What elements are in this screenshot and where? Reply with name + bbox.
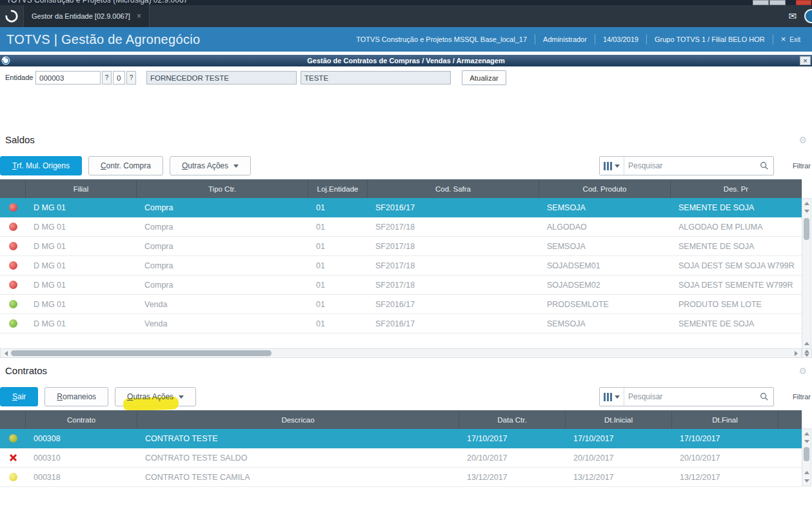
- saldos-vertical-scrollbar[interactable]: [802, 198, 811, 357]
- scroll-pageup-icon[interactable]: [803, 469, 810, 476]
- scrollbar-thumb[interactable]: [11, 350, 272, 356]
- scrollbar-thumb[interactable]: [804, 447, 809, 461]
- column-header[interactable]: Tipo Ctr.: [137, 179, 308, 198]
- window-title: TOTVS Construção e Projetos (Microsiga) …: [6, 0, 188, 5]
- table-row[interactable]: D MG 01Compra01SF2017/18ALGODAOALGODAO E…: [0, 217, 802, 237]
- table-row[interactable]: 000308CONTRATO TESTE17/10/201717/10/2017…: [0, 429, 802, 448]
- scroll-down-icon[interactable]: [803, 208, 810, 215]
- search-icon[interactable]: [755, 392, 773, 401]
- scroll-up-icon[interactable]: [803, 430, 810, 437]
- status-cell: [0, 295, 26, 314]
- search-input[interactable]: [624, 392, 755, 401]
- refresh-button[interactable]: Atualizar: [462, 70, 506, 85]
- chevron-down-icon: [615, 164, 620, 168]
- column-header[interactable]: [0, 410, 26, 429]
- minimize-button[interactable]: [753, 0, 769, 5]
- contratos-toolbar: Filtrar SairRomaneiosOutras Ações: [0, 387, 812, 406]
- table-row[interactable]: D MG 01Venda01SF2016/17PRODSEMLOTEPRODUT…: [0, 295, 802, 314]
- column-header[interactable]: Dt.Final: [672, 410, 778, 429]
- column-header[interactable]: Descricao: [137, 410, 459, 429]
- table-cell: D MG 01: [26, 314, 137, 333]
- table-row[interactable]: D MG 01Compra01SF2017/18SEMSOJASEMENTE D…: [0, 237, 802, 256]
- entity-lookup-button[interactable]: ?: [102, 71, 112, 85]
- table-row[interactable]: D MG 01Compra01SF2016/17SEMSOJASEMENTE D…: [0, 198, 802, 217]
- settings-gear-icon[interactable]: ⚙: [798, 366, 807, 376]
- table-row[interactable]: D MG 01Venda01SF2016/17SEMSOJASEMENTE DE…: [0, 314, 802, 334]
- date-label: 14/03/2019: [595, 34, 646, 45]
- column-header[interactable]: Loj.Entidade: [308, 179, 368, 198]
- outras-acoes-button[interactable]: Outras Ações: [115, 387, 196, 406]
- button-label: Trf. Mul. Origens: [12, 161, 70, 170]
- outras-acoes-button[interactable]: Outras Ações: [170, 156, 251, 175]
- button-label: Romaneios: [57, 392, 96, 401]
- scroll-corner[interactable]: [802, 348, 812, 358]
- environment-label: TOTVS Construção e Projetos MSSQL Base_l…: [348, 34, 535, 45]
- green-status-icon: [9, 300, 17, 308]
- scroll-left-icon[interactable]: [2, 350, 10, 357]
- scroll-up-icon[interactable]: [803, 200, 810, 207]
- columns-button[interactable]: [600, 388, 624, 406]
- column-header[interactable]: Contrato: [26, 410, 137, 429]
- romaneios-button[interactable]: Romaneios: [45, 387, 108, 406]
- corner-icon[interactable]: [804, 9, 812, 23]
- dialog-close-button[interactable]: ×: [800, 56, 811, 65]
- columns-button[interactable]: [600, 157, 624, 175]
- scroll-down-icon[interactable]: [803, 438, 810, 445]
- red-status-icon: [9, 223, 17, 231]
- table-row[interactable]: D MG 01Compra01SF2017/18SOJADSEM02SOJA D…: [0, 275, 802, 295]
- entity-shortname-field[interactable]: [301, 71, 451, 85]
- table-cell: Venda: [137, 295, 308, 314]
- table-cell: SF2016/17: [368, 295, 539, 314]
- table-cell: SEMENTE DE SOJA: [671, 237, 802, 255]
- table-row[interactable]: D MG 01Compra01SF2017/18SOJADSEM01SOJA D…: [0, 256, 802, 275]
- table-cell: SEMENTE DE SOJA: [671, 198, 802, 217]
- column-header[interactable]: Des. Pr: [671, 179, 802, 198]
- entity-name-field[interactable]: [146, 71, 297, 85]
- column-header[interactable]: [778, 410, 802, 429]
- entity-code-field[interactable]: [35, 71, 101, 85]
- store-code-field[interactable]: [113, 71, 125, 85]
- column-header[interactable]: Cod. Safra: [368, 179, 539, 198]
- user-label: Administrador: [535, 34, 595, 45]
- mail-icon[interactable]: ✉: [788, 10, 797, 22]
- table-cell: SEMSOJA: [539, 314, 671, 333]
- status-cell: [0, 237, 26, 255]
- column-header[interactable]: Data Ctr.: [459, 410, 566, 429]
- close-window-button[interactable]: [796, 0, 811, 5]
- settings-gear-icon[interactable]: ⚙: [798, 135, 807, 145]
- scrollbar-thumb[interactable]: [804, 218, 809, 240]
- maximize-button[interactable]: [769, 0, 786, 5]
- trf-mul-origens-button[interactable]: Trf. Mul. Origens: [0, 156, 82, 175]
- column-header[interactable]: Filial: [26, 179, 137, 198]
- dialog-titlebar: Gestão de Contratos de Compras / Vendas …: [0, 55, 812, 66]
- filter-link[interactable]: Filtrar: [793, 393, 811, 401]
- scroll-right-icon[interactable]: [792, 350, 800, 357]
- table-cell: 01: [308, 295, 368, 314]
- app-header: TOTVS | Gestão de Agronegócio TOTVS Cons…: [0, 27, 812, 52]
- column-header[interactable]: Cod. Produto: [539, 179, 671, 198]
- table-cell: Compra: [137, 237, 308, 255]
- scroll-pageup-icon[interactable]: [803, 340, 810, 347]
- column-header[interactable]: Dt.Inicial: [566, 410, 672, 429]
- store-lookup-button[interactable]: ?: [126, 71, 136, 85]
- saldos-grid: FilialTipo Ctr.Loj.EntidadeCod. SafraCod…: [0, 179, 802, 334]
- tab-close-icon[interactable]: ×: [137, 12, 141, 21]
- table-row[interactable]: 000310CONTRATO TESTE SALDO20/10/201720/1…: [0, 448, 802, 468]
- totvs-logo-icon[interactable]: [5, 9, 19, 23]
- table-cell: D MG 01: [26, 217, 137, 236]
- search-icon[interactable]: [755, 161, 773, 170]
- contratos-vertical-scrollbar[interactable]: [802, 428, 811, 486]
- scroll-pagedown-icon[interactable]: [803, 477, 810, 484]
- contr-compra-button[interactable]: Contr. Compra: [88, 156, 163, 175]
- sair-button[interactable]: Sair: [0, 387, 38, 406]
- dialog-title: Gestão de Contratos de Compras / Vendas …: [0, 55, 812, 66]
- table-cell: D MG 01: [26, 198, 137, 217]
- tab-gestor-entidade[interactable]: Gestor da Entidade [02.9.0067] ×: [23, 5, 150, 27]
- column-header[interactable]: [0, 179, 26, 198]
- search-input[interactable]: [624, 161, 755, 170]
- horizontal-scrollbar[interactable]: [0, 348, 802, 358]
- exit-button[interactable]: × Exit: [773, 35, 808, 45]
- grid-header-row: FilialTipo Ctr.Loj.EntidadeCod. SafraCod…: [0, 179, 802, 198]
- table-row[interactable]: 000318CONTRATO TESTE CAMILA13/12/201713/…: [0, 468, 802, 487]
- filter-link[interactable]: Filtrar: [793, 162, 811, 170]
